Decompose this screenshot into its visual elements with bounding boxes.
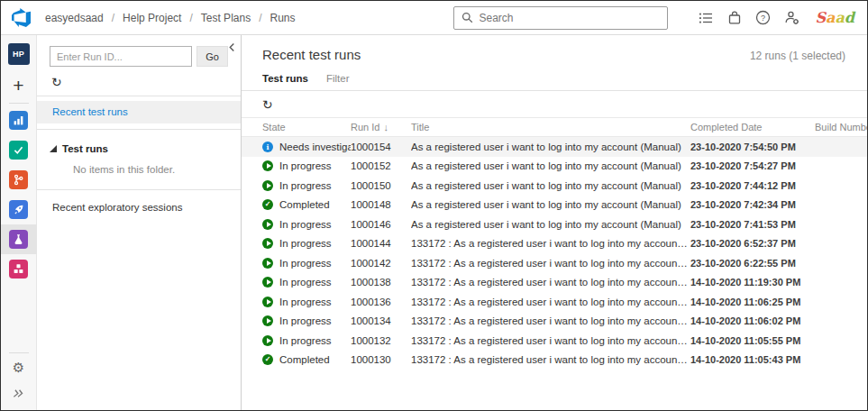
in-progress-icon [262,160,273,171]
run-id-cell: 1000150 [351,180,411,191]
sidebar-item-recent-exploratory-sessions[interactable]: Recent exploratory sessions [52,202,241,213]
in-progress-icon [262,219,273,230]
breadcrumb-separator: / [189,12,192,24]
table-row[interactable]: Needs investigation1000154As a registere… [242,137,867,157]
title-cell: As a registered user i want to log into … [411,199,690,210]
run-id-cell: 1000142 [351,258,411,269]
svg-text:?: ? [761,14,765,23]
table-row[interactable]: In progress1000134133172 : As a register… [242,312,867,332]
search-input[interactable] [480,12,660,24]
rail-divider [9,352,29,353]
table-row[interactable]: In progress1000132133172 : As a register… [242,331,867,351]
test-runs-tree-header[interactable]: Test runs [50,143,241,154]
run-id-cell: 1000148 [351,199,411,210]
table-row[interactable]: In progress1000136133172 : As a register… [242,292,867,312]
table-row[interactable]: Completed1000130133172 : As a registered… [242,351,867,370]
title-cell: As a registered user i want to log into … [411,160,690,171]
run-id-cell: 1000154 [351,142,411,152]
column-header-state[interactable]: State [262,122,351,132]
sidebar-item-overview[interactable] [1,105,37,135]
column-header-completed-date[interactable]: Completed Date [690,122,815,132]
run-id-cell: 1000136 [351,297,411,307]
tab-filter[interactable]: Filter [326,73,350,84]
completed-icon [262,199,273,210]
sidebar-item-artifacts[interactable] [1,254,37,284]
table-header-row: StateRun Id↓TitleCompleted DateBuild Num… [242,117,867,137]
title-cell: 133172 : As a registered user i want to … [411,258,690,269]
completed-date-cell: 23-10-2020 7:42:34 PM [690,199,815,210]
tree-expanded-icon [50,145,57,152]
title-cell: 133172 : As a registered user i want to … [411,315,690,326]
sidebar-item-repos[interactable] [1,165,37,195]
marketplace-bag-icon[interactable] [720,6,749,30]
column-header-run-id[interactable]: Run Id↓ [351,122,411,132]
left-nav-rail: HP + ⚙ [1,35,37,410]
overview-icon [9,111,28,130]
table-row[interactable]: In progress1000152As a registered user i… [242,157,867,177]
column-header-title[interactable]: Title [411,122,690,132]
sidebar-item-recent-test-runs[interactable]: Recent test runs [37,101,241,123]
state-label: In progress [279,277,332,288]
in-progress-icon [262,315,273,326]
run-id-cell: 1000132 [351,335,411,346]
sidebar-item-boards[interactable] [1,135,37,165]
sidebar-item-pipelines[interactable] [1,195,37,224]
table-row[interactable]: In progress1000146As a registered user i… [242,215,867,234]
project-settings-gear-icon[interactable]: ⚙ [13,361,24,374]
search-icon [461,12,473,23]
completed-icon [262,354,273,365]
run-id-search: Go [50,46,228,67]
project-avatar[interactable]: HP [8,43,30,65]
search-box[interactable] [453,6,668,30]
needs-investigation-icon [262,142,273,152]
sidebar-item-test-plans[interactable] [1,224,37,254]
help-icon[interactable]: ? [749,6,778,30]
state-label: In progress [279,160,332,171]
state-label: Needs investigation [279,142,351,152]
user-logo-letter: d [845,9,854,26]
title-cell: As a registered user i want to log into … [411,180,690,191]
table-row[interactable]: In progress1000138133172 : As a register… [242,273,867,293]
refresh-grid-icon[interactable]: ↻ [262,97,273,112]
state-label: In progress [279,238,332,249]
tab-test-runs[interactable]: Test runs [262,73,308,84]
top-bar: easyedsaad/Help Project/Test Plans/Runs … [1,1,867,35]
add-project-button[interactable]: + [13,76,23,95]
in-progress-icon [262,238,273,249]
completed-date-cell: 23-10-2020 7:54:27 PM [690,160,815,171]
refresh-icon[interactable]: ↻ [51,75,66,89]
breadcrumb-item-test-plans[interactable]: Test Plans [201,12,251,24]
run-id-input[interactable] [50,46,192,67]
boards-icon [9,141,28,160]
user-avatar[interactable]: Saad [816,9,855,26]
column-header-build-number[interactable]: Build Number [815,122,868,132]
state-label: In progress [279,315,332,326]
breadcrumb-item-runs[interactable]: Runs [270,12,295,24]
completed-date-cell: 23-10-2020 7:54:50 PM [690,142,815,152]
state-label: In progress [279,180,332,191]
run-id-cell: 1000138 [351,277,411,288]
test-plans-icon [9,230,28,249]
breadcrumb-item-easyedsaad[interactable]: easyedsaad [45,12,104,24]
state-label: In progress [279,297,332,307]
breadcrumb-item-help-project[interactable]: Help Project [123,12,181,24]
title-cell: 133172 : As a registered user i want to … [411,277,690,288]
completed-date-cell: 23-10-2020 7:41:53 PM [690,219,815,230]
task-list-icon[interactable] [691,6,720,30]
azure-devops-logo-icon[interactable] [12,8,31,27]
title-cell: 133172 : As a registered user i want to … [411,335,690,346]
page-title: Recent test runs [262,47,361,62]
collapse-panel-icon[interactable] [226,41,238,56]
go-button[interactable]: Go [196,46,228,67]
state-label: In progress [279,258,332,269]
run-id-cell: 1000130 [351,354,411,365]
user-settings-icon[interactable] [778,6,807,30]
repos-icon [9,170,28,189]
table-row[interactable]: Completed1000148As a registered user i w… [242,196,867,215]
table-row[interactable]: In progress1000142133172 : As a register… [242,253,867,273]
expand-rail-icon[interactable] [11,387,26,403]
table-row[interactable]: In progress1000144133172 : As a register… [242,234,867,254]
in-progress-icon [262,277,273,288]
user-logo-letter: S [816,9,827,26]
table-row[interactable]: In progress1000150As a registered user i… [242,176,867,196]
